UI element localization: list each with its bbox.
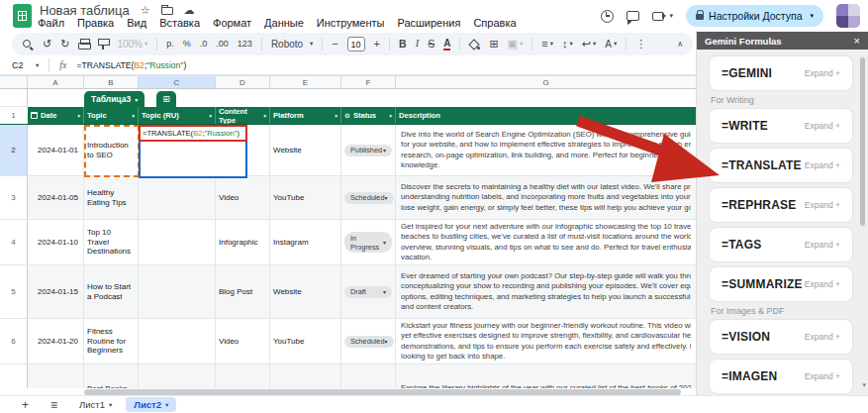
cell-description[interactable]: Discover the secrets to maintaining a he… (396, 176, 696, 219)
strikethrough-button[interactable]: S (428, 39, 434, 50)
cell-status[interactable]: Published▾ (341, 125, 396, 175)
scroll-down-icon[interactable]: ▾ (862, 381, 866, 389)
menu-insert[interactable]: Вставка (159, 17, 200, 29)
all-sheets-button[interactable]: ≡ (50, 399, 57, 411)
row-number[interactable]: 5 (0, 265, 28, 318)
font-size-input[interactable]: 10 (347, 37, 365, 52)
number-format-button[interactable]: 123 (238, 40, 252, 49)
close-icon[interactable]: × (854, 36, 860, 47)
menu-tools[interactable]: Инструменты (317, 17, 385, 29)
formula-card-translate[interactable]: =TRANSLATEExpand + (709, 148, 853, 183)
cell-topic-ru[interactable] (139, 265, 216, 318)
cell-topic[interactable]: How to Start a Podcast (84, 265, 139, 318)
cell-content-type[interactable]: Blog Post (216, 265, 270, 318)
tab-sheet2[interactable]: Лист2▾ (126, 397, 176, 412)
increase-decimals-button[interactable]: .00 (216, 40, 229, 49)
paint-format-button[interactable] (98, 39, 108, 50)
fill-color-button[interactable] (469, 39, 480, 50)
active-cell-editor[interactable]: =TRANSLATE(B2;"Russion") (139, 125, 247, 178)
menu-format[interactable]: Формат (213, 17, 251, 29)
expand-button[interactable]: Expand + (805, 371, 840, 381)
horizontal-align-button[interactable]: ≡▾ (541, 39, 553, 50)
print-button[interactable] (78, 39, 89, 50)
text-rotation-button[interactable]: A▾ (605, 40, 617, 50)
col-header-a[interactable]: A (28, 76, 84, 88)
col-header-d[interactable]: D (216, 76, 270, 88)
menu-help[interactable]: Справка (473, 17, 516, 29)
search-button[interactable] (22, 39, 34, 51)
formula-card-vision[interactable]: =VISIONExpand + (709, 319, 853, 355)
expand-button[interactable]: Expand + (805, 332, 840, 342)
header-description[interactable]: Description (396, 107, 696, 124)
menu-view[interactable]: Вид (127, 17, 146, 29)
hide-toolbar-button[interactable]: ∧ (677, 41, 683, 49)
add-sheet-button[interactable]: + (22, 399, 29, 411)
cell-platform[interactable]: Website (270, 265, 341, 318)
cell-content-type[interactable]: Video (216, 176, 270, 219)
cell-status[interactable]: Research▾ (341, 364, 396, 388)
row-number[interactable]: 7 (0, 364, 28, 388)
header-topic[interactable]: Topic▾ (84, 107, 139, 124)
cell-topic[interactable]: Top 10 Travel Destinations (84, 220, 139, 264)
header-date[interactable]: Date▾ (28, 107, 84, 124)
row-number[interactable]: 2 (0, 125, 28, 175)
formula-card-rephrase[interactable]: =REPHRASEExpand + (709, 187, 853, 223)
vertical-align-button[interactable]: ↕▾ (562, 39, 573, 50)
cell-description[interactable]: Ever dreamed of starting your own podcas… (396, 265, 696, 318)
table-name-chip[interactable]: Таблица3▾ (84, 91, 145, 107)
menu-file[interactable]: Файл (38, 17, 64, 29)
bold-button[interactable]: B (399, 39, 407, 50)
name-box[interactable]: C2 (0, 60, 36, 70)
col-header-f[interactable]: F (341, 76, 396, 88)
cell-status[interactable]: Scheduled▾ (341, 176, 396, 219)
col-header-c[interactable]: C (139, 76, 216, 88)
cell-status[interactable]: Draft▾ (341, 265, 396, 318)
comments-icon[interactable] (627, 11, 639, 21)
cell-content-type[interactable]: Blog Post (216, 364, 270, 388)
cell-date[interactable]: 2024-01-15 (28, 265, 84, 318)
cell-topic-ru[interactable] (139, 176, 216, 219)
cell-platform[interactable]: YouTube (270, 319, 341, 363)
expand-button[interactable]: Expand + (805, 279, 840, 289)
formula-card-write[interactable]: =WRITEExpand + (709, 108, 853, 144)
formula-card-summarize[interactable]: =SUMMARIZEExpand + (709, 266, 853, 302)
star-icon[interactable]: ☆ (141, 5, 150, 16)
col-header-e[interactable]: E (270, 76, 341, 88)
horizontal-scrollbar-thumb[interactable] (84, 389, 681, 395)
chevron-down-icon[interactable]: ▾ (36, 61, 39, 69)
zoom-select[interactable]: 100%▾ (117, 40, 147, 50)
table-grid-icon[interactable]: ⊞ (156, 91, 176, 107)
cell-date[interactable]: 2024-01-10 (28, 220, 84, 264)
cell-platform[interactable]: Website (270, 364, 341, 388)
cell-platform[interactable]: YouTube (270, 176, 341, 219)
formula-card-tags[interactable]: =TAGSExpand + (709, 227, 853, 262)
share-button[interactable]: Настройки Доступа ▾ (686, 5, 823, 27)
undo-button[interactable]: ↺ (43, 39, 51, 50)
sheets-logo-icon[interactable] (13, 4, 32, 28)
cell-topic[interactable]: Healthy Eating Tips (84, 176, 139, 219)
row-number[interactable]: 4 (0, 220, 28, 264)
font-select[interactable]: Roboto ▾ (271, 40, 313, 50)
expand-button[interactable]: Expand + (805, 68, 840, 78)
menu-data[interactable]: Данные (264, 17, 304, 29)
header-platform[interactable]: Platform▾ (270, 107, 341, 124)
cell-date[interactable]: 2024-01-25 (28, 364, 84, 388)
menu-extensions[interactable]: Расширения (397, 17, 460, 29)
header-topic-ru[interactable]: Topic (RU)▾ (139, 107, 216, 124)
meet-button[interactable]: ▾ (652, 12, 674, 21)
panel-scrollbar-thumb[interactable] (860, 57, 865, 226)
cell-platform[interactable]: Website (270, 125, 341, 175)
decrease-decimals-button[interactable]: .0 (200, 40, 208, 49)
cell-topic-ru[interactable] (139, 364, 216, 388)
expand-button[interactable]: Expand + (805, 240, 840, 250)
increase-font-size-button[interactable]: + (374, 39, 380, 50)
formula-card-imagen[interactable]: =IMAGENExpand + (709, 359, 853, 394)
formula-input[interactable]: =TRANSLATE(B2;"Russion") (76, 60, 186, 70)
tab-sheet1[interactable]: Лист1▾ (79, 399, 112, 410)
cell-description[interactable]: Explore the literary highlights of the y… (396, 364, 696, 388)
row-number[interactable]: 3 (0, 176, 28, 219)
cell-content-type[interactable]: Video (216, 319, 270, 363)
cell-topic[interactable]: Introduction to SEO (84, 125, 139, 175)
borders-button[interactable]: ⊞ (489, 39, 498, 50)
cell-topic-ru[interactable] (139, 319, 216, 363)
